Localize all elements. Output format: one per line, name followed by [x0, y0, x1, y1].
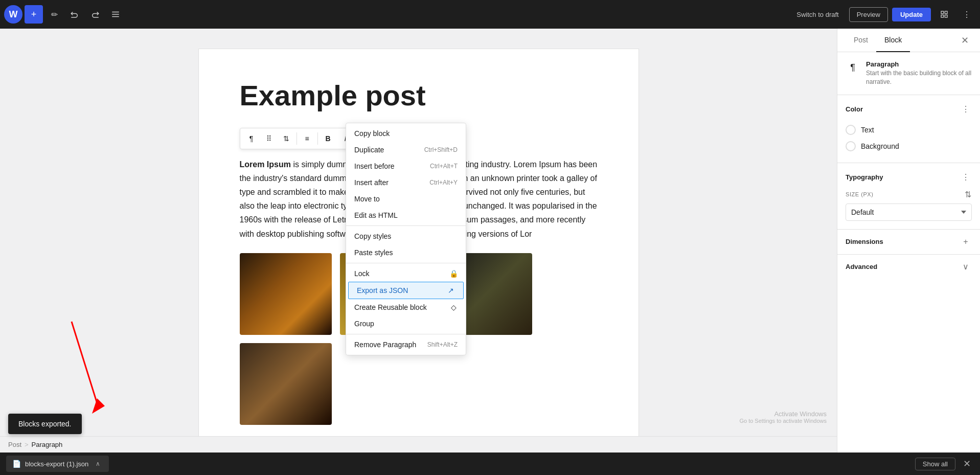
right-sidebar: Post Block ✕ ¶ Paragraph Start with the …: [837, 29, 980, 475]
bottom-left: 📄 blocks-export (1).json ∧: [6, 456, 109, 472]
color-section-title: Color: [846, 105, 863, 113]
block-tab[interactable]: Block: [876, 29, 910, 52]
file-download-item[interactable]: 📄 blocks-export (1).json ∧: [6, 456, 109, 472]
export-icon: ↗: [447, 286, 455, 295]
menu-duplicate[interactable]: Duplicate Ctrl+Shift+D: [346, 142, 466, 158]
paragraph-bold: Lorem Ipsum: [240, 160, 291, 169]
menu-remove-paragraph[interactable]: Remove Paragraph Shift+Alt+Z: [346, 336, 466, 353]
redo-button[interactable]: [86, 5, 104, 24]
block-type-icon: ¶: [846, 60, 860, 75]
color-background-label: Background: [861, 142, 899, 150]
block-info-description: Start with the basic building block of a…: [866, 69, 972, 86]
switch-draft-button[interactable]: Switch to draft: [790, 9, 845, 20]
svg-rect-3: [941, 11, 944, 14]
advanced-expand-button[interactable]: ∨: [960, 261, 972, 273]
menu-copy-block[interactable]: Copy block: [346, 125, 466, 142]
svg-rect-5: [941, 15, 944, 17]
sidebar-tab-group: Post Block: [846, 29, 910, 52]
preview-button[interactable]: Preview: [849, 7, 888, 22]
size-adjust-icon: ⇅: [965, 190, 972, 199]
block-info-text: Paragraph Start with the basic building …: [866, 60, 972, 86]
toolbar-divider-2: [317, 132, 318, 145]
settings-button[interactable]: [935, 5, 953, 24]
menu-insert-before[interactable]: Insert before Ctrl+Alt+T: [346, 158, 466, 174]
show-all-button[interactable]: Show all: [915, 458, 955, 470]
color-section: Color ⋮ Text Background: [837, 95, 980, 163]
image-1[interactable]: [240, 253, 332, 335]
main-layout: Example post ¶ ⠿ ⇅ ≡ B I ▾ ⋮: [0, 29, 980, 475]
move-up-down-button[interactable]: ⇅: [278, 130, 294, 147]
dimensions-title: Dimensions: [846, 238, 883, 245]
sidebar-tabs: Post Block ✕: [837, 29, 980, 52]
bold-button[interactable]: B: [320, 130, 336, 147]
file-name: blocks-export (1).json: [25, 460, 88, 468]
breadcrumb-current: Paragraph: [32, 441, 63, 448]
add-block-button[interactable]: +: [25, 5, 43, 24]
advanced-title: Advanced: [846, 263, 877, 270]
advanced-section[interactable]: Advanced ∨: [837, 255, 980, 279]
menu-group[interactable]: Group: [346, 315, 466, 332]
sidebar-close-button[interactable]: ✕: [958, 33, 972, 48]
typography-section-header: Typography ⋮: [846, 171, 972, 184]
bottom-bar: 📄 blocks-export (1).json ∧ Show all ✕: [0, 453, 980, 475]
post-title[interactable]: Example post: [240, 80, 598, 111]
image-4[interactable]: [240, 343, 332, 425]
top-bar-left: W + ✏: [4, 5, 125, 24]
menu-separator-2: [346, 263, 466, 263]
typography-more-button[interactable]: ⋮: [960, 171, 972, 184]
breadcrumb-bar: Post > Paragraph: [0, 436, 837, 453]
bottom-right: Show all ✕: [915, 457, 974, 471]
color-background-radio[interactable]: [846, 141, 856, 151]
wordpress-logo[interactable]: W: [4, 5, 22, 24]
breadcrumb-separator: >: [25, 441, 29, 448]
toast-notification: Blocks exported.: [8, 414, 82, 434]
menu-create-reusable[interactable]: Create Reusable block ◇: [346, 299, 466, 315]
color-text-option[interactable]: Text: [846, 122, 972, 138]
file-chevron-button[interactable]: ∧: [93, 459, 103, 469]
update-button[interactable]: Update: [892, 8, 931, 21]
svg-rect-6: [945, 15, 947, 17]
post-tab[interactable]: Post: [846, 29, 876, 52]
menu-separator-1: [346, 225, 466, 226]
undo-button[interactable]: [65, 5, 84, 24]
breadcrumb-post[interactable]: Post: [8, 441, 21, 448]
typography-section: Typography ⋮ SIZE (PX) ⇅ Default Small M…: [837, 163, 980, 230]
size-select[interactable]: Default Small Medium Large Extra Large: [846, 203, 972, 221]
top-bar: W + ✏ Switch to draft Preview Update ⋮: [0, 0, 980, 29]
document-overview-button[interactable]: [106, 5, 125, 24]
menu-separator-3: [346, 334, 466, 334]
toolbar-divider-1: [297, 132, 297, 145]
menu-insert-after[interactable]: Insert after Ctrl+Alt+Y: [346, 174, 466, 191]
toast-message: Blocks exported.: [18, 420, 72, 428]
color-more-button[interactable]: ⋮: [960, 103, 972, 116]
menu-move-to[interactable]: Move to: [346, 191, 466, 207]
dimensions-section[interactable]: Dimensions +: [837, 230, 980, 255]
top-bar-right: Switch to draft Preview Update ⋮: [790, 5, 976, 24]
color-text-radio[interactable]: [846, 125, 856, 135]
color-background-option[interactable]: Background: [846, 138, 972, 154]
menu-copy-styles[interactable]: Copy styles: [346, 228, 466, 244]
context-menu: Copy block Duplicate Ctrl+Shift+D Insert…: [346, 123, 466, 355]
paragraph-type-button[interactable]: ¶: [243, 130, 260, 147]
block-info-title: Paragraph: [866, 60, 972, 68]
align-button[interactable]: ≡: [299, 130, 315, 147]
menu-paste-styles[interactable]: Paste styles: [346, 244, 466, 261]
sidebar-block-info: ¶ Paragraph Start with the basic buildin…: [837, 52, 980, 95]
lock-icon: 🔒: [449, 269, 458, 278]
file-icon: 📄: [12, 460, 21, 468]
close-bottom-bar-button[interactable]: ✕: [960, 457, 974, 471]
menu-edit-as-html[interactable]: Edit as HTML: [346, 207, 466, 223]
size-label: SIZE (PX) ⇅: [846, 190, 972, 199]
typography-section-title: Typography: [846, 173, 883, 181]
dimensions-expand-button[interactable]: +: [960, 236, 972, 248]
menu-lock[interactable]: Lock 🔒: [346, 265, 466, 282]
edit-mode-button[interactable]: ✏: [45, 5, 63, 24]
more-options-button[interactable]: ⋮: [958, 5, 976, 24]
drag-button[interactable]: ⠿: [261, 130, 277, 147]
reusable-icon: ◇: [449, 303, 458, 311]
svg-rect-4: [945, 11, 947, 14]
color-section-header: Color ⋮: [846, 103, 972, 116]
menu-export-json[interactable]: Export as JSON ↗: [348, 282, 464, 299]
color-text-label: Text: [861, 126, 874, 134]
